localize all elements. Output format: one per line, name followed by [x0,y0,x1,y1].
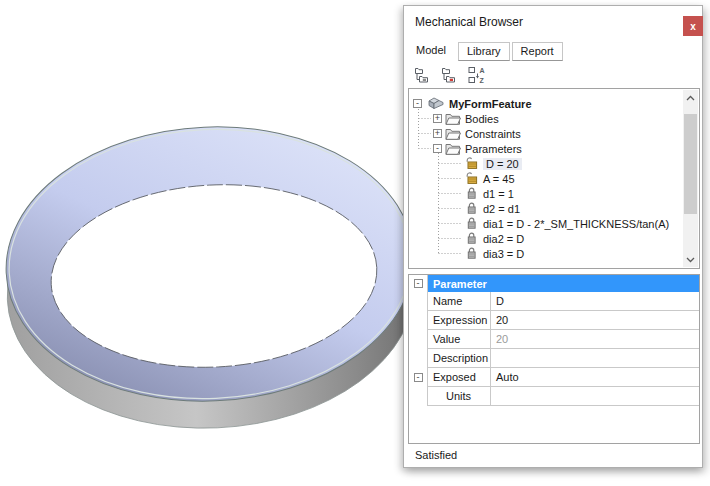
locked-padlock-icon [466,232,479,245]
tree-item-label: d2 = d1 [483,203,520,215]
collapse-expander-icon[interactable]: - [414,279,423,288]
scroll-up-icon[interactable] [683,90,698,105]
tree-item-parameters[interactable]: - Parameters [433,141,522,156]
sort-alphabetical-icon[interactable]: A Z [466,64,487,86]
property-value-field[interactable]: 20 [491,311,699,330]
unlocked-padlock-icon [466,157,479,170]
panel-title: Mechanical Browser [415,15,523,29]
tree-item-label: dia1 = D - 2*_SM_THICKNESS/tan(A) [483,218,669,230]
locked-padlock-icon [466,217,479,230]
property-group-header[interactable]: - Parameter [409,275,699,292]
tree-item-label: Bodies [465,113,499,125]
tree-item-parameter-a[interactable]: A = 45 [463,171,515,186]
ring-model[interactable] [0,118,421,437]
tree-item-parameter-dia1[interactable]: dia1 = D - 2*_SM_THICKNESS/tan(A) [463,216,669,231]
expand-expander-icon[interactable]: + [433,129,442,138]
property-group-title: Parameter [428,275,699,292]
tree-item-parameter-d1[interactable]: d1 = 1 [463,186,514,201]
property-label: Exposed [428,368,491,387]
svg-text:Z: Z [479,77,484,84]
tree-item-label: Parameters [465,143,522,155]
tree-item-parameter-d2[interactable]: d2 = d1 [463,201,520,216]
tree-item-label: d1 = 1 [483,188,514,200]
browser-toolbar: A Z [412,64,487,86]
tree-item-constraints[interactable]: + Constraints [433,126,521,141]
tree-item-label: dia2 = D [483,233,524,245]
tree-item-label: A = 45 [483,173,515,185]
status-text: Satisfied [415,449,457,461]
property-row-expression: Expression 20 [409,311,699,330]
tree-expand-icon[interactable] [412,64,433,86]
property-row-value: Value 20 [409,330,699,349]
collapse-expander-icon[interactable]: - [414,373,423,382]
property-row-description: Description [409,349,699,368]
unlocked-padlock-icon [466,172,479,185]
property-label: Description [428,349,491,368]
tree-item-label: D = 20 [483,158,522,170]
tab-bar: Model Library Report [408,42,565,61]
tree-item-root[interactable]: - MyFormFeature [413,96,532,111]
scroll-down-icon[interactable] [683,252,698,267]
folder-icon [445,112,461,125]
property-value-field[interactable] [491,349,699,368]
tab-report[interactable]: Report [512,42,563,61]
property-row-units: Units [409,387,699,406]
property-label: Units [428,387,491,406]
tab-model[interactable]: Model [408,42,454,61]
collapse-expander-icon[interactable]: - [413,99,422,108]
tree-item-label: dia3 = D [483,248,524,260]
tree-item-label: Constraints [465,128,521,140]
folder-icon [445,142,461,155]
property-row-name: Name D [409,292,699,311]
property-label: Value [428,330,491,349]
property-value-field[interactable]: D [491,292,699,311]
tree-scrollbar[interactable] [683,90,698,267]
property-label: Name [428,292,491,311]
feature-tree[interactable]: - MyFormFeature + [408,88,700,269]
locked-padlock-icon [466,247,479,260]
property-row-exposed: - Exposed Auto [409,368,699,387]
property-value-field[interactable]: Auto [491,368,699,387]
form-feature-icon [425,96,445,111]
application-window: Mechanical Browser x Model Library Repor… [0,0,710,486]
collapse-expander-icon[interactable]: - [433,144,442,153]
expand-expander-icon[interactable]: + [433,114,442,123]
property-value-field[interactable] [491,387,699,406]
property-value-readonly: 20 [491,330,699,349]
mechanical-browser-panel: Mechanical Browser x Model Library Repor… [403,5,703,468]
tree-item-parameter-dia3[interactable]: dia3 = D [463,246,524,261]
tree-item-parameter-d[interactable]: D = 20 [463,156,522,171]
close-icon[interactable]: x [683,16,703,36]
tab-library[interactable]: Library [458,42,510,61]
locked-padlock-icon [466,187,479,200]
tree-item-label: MyFormFeature [449,98,532,110]
property-grid: - Parameter Name D Expression 20 Value 2… [408,274,700,444]
locked-padlock-icon [466,202,479,215]
tree-collapse-icon[interactable] [439,64,460,86]
svg-text:A: A [479,67,484,74]
scrollbar-thumb[interactable] [684,114,697,214]
folder-icon [445,127,461,140]
tree-item-parameter-dia2[interactable]: dia2 = D [463,231,524,246]
property-label: Expression [428,311,491,330]
tree-item-bodies[interactable]: + Bodies [433,111,499,126]
